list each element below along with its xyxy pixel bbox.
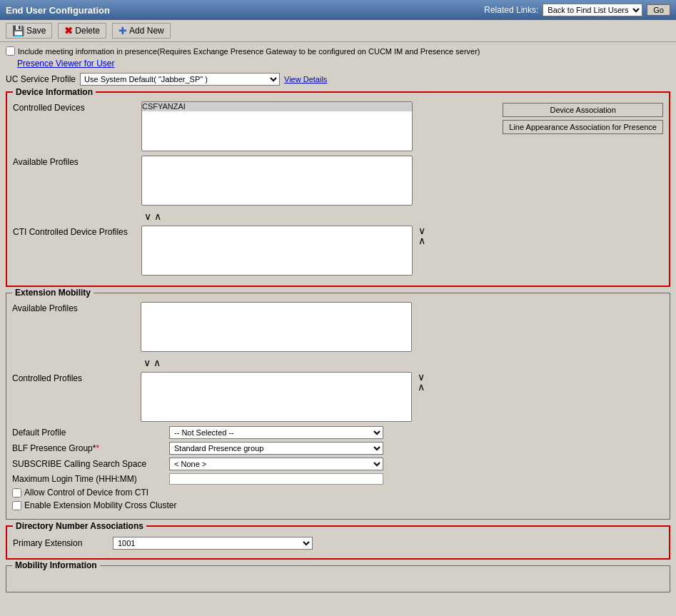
cti-arrow-controls: ∨ ∧ bbox=[418, 226, 425, 246]
em-available-profiles-listbox[interactable] bbox=[141, 302, 412, 352]
em-controlled-profiles-row: Controlled Profiles ∨ ∧ bbox=[12, 372, 664, 422]
presence-checkbox-row: Include meeting information in presence(… bbox=[6, 46, 670, 56]
presence-checkbox[interactable] bbox=[6, 46, 15, 56]
subscribe-css-label: SUBSCRIBE Calling Search Space bbox=[12, 459, 169, 469]
add-new-label: Add New bbox=[129, 26, 164, 36]
move-up-btn[interactable]: ∧ bbox=[154, 211, 161, 221]
em-arrow-controls: ∨ ∧ bbox=[143, 358, 161, 368]
subscribe-css-row: SUBSCRIBE Calling Search Space < None > bbox=[12, 458, 664, 470]
extension-mobility-title: Extension Mobility bbox=[12, 288, 94, 298]
em-move-down-btn[interactable]: ∨ bbox=[143, 358, 151, 368]
device-info-title: Device Information bbox=[13, 87, 96, 97]
uc-service-row: UC Service Profile Use System Default( "… bbox=[6, 73, 670, 86]
view-details-link[interactable]: View Details bbox=[284, 75, 327, 84]
uc-service-select[interactable]: Use System Default( "Jabber_SP" ) bbox=[80, 73, 280, 86]
cti-move-up-btn[interactable]: ∧ bbox=[418, 236, 425, 246]
blf-presence-label: BLF Presence Group* bbox=[12, 443, 169, 453]
allow-cti-checkbox[interactable] bbox=[12, 488, 21, 498]
presence-viewer-link[interactable]: Presence Viewer for User bbox=[17, 59, 115, 69]
max-login-input[interactable] bbox=[169, 473, 383, 485]
delete-icon: ✖ bbox=[64, 25, 73, 36]
header-right: Related Links: Back to Find List Users G… bbox=[484, 4, 670, 16]
add-new-button[interactable]: ✚ Add New bbox=[112, 23, 171, 39]
delete-label: Delete bbox=[75, 26, 100, 36]
directory-number-section: Directory Number Associations Primary Ex… bbox=[6, 525, 670, 560]
em-available-profiles-label: Available Profiles bbox=[12, 302, 141, 313]
line-appearance-button[interactable]: Line Appearance Association for Presence bbox=[503, 120, 663, 134]
related-links-select[interactable]: Back to Find List Users bbox=[543, 4, 642, 16]
save-button[interactable]: 💾 Save bbox=[6, 23, 52, 39]
cti-move-down-btn[interactable]: ∨ bbox=[418, 226, 425, 236]
go-button[interactable]: Go bbox=[647, 4, 670, 16]
toolbar: 💾 Save ✖ Delete ✚ Add New bbox=[0, 20, 676, 42]
available-profiles-label: Available Profiles bbox=[13, 156, 141, 167]
allow-cti-label: Allow Control of Device from CTI bbox=[24, 488, 148, 498]
device-association-button[interactable]: Device Association bbox=[503, 103, 663, 117]
primary-extension-label: Primary Extension bbox=[13, 538, 113, 548]
subscribe-css-select[interactable]: < None > bbox=[169, 458, 383, 470]
delete-button[interactable]: ✖ Delete bbox=[58, 23, 106, 39]
profile-arrow-controls: ∨ ∧ bbox=[144, 211, 161, 221]
save-label: Save bbox=[26, 26, 46, 36]
page-header: End User Configuration Related Links: Ba… bbox=[0, 0, 676, 20]
mobility-information-section: Mobility Information bbox=[6, 565, 670, 592]
available-profiles-listbox[interactable] bbox=[141, 156, 413, 206]
emcc-checkbox[interactable] bbox=[12, 501, 21, 510]
page-title: End User Configuration bbox=[6, 5, 110, 16]
dir-section-title: Directory Number Associations bbox=[13, 521, 146, 531]
extension-mobility-section: Extension Mobility Available Profiles ∨ … bbox=[6, 293, 670, 520]
emcc-label: Enable Extension Mobility Cross Cluster bbox=[24, 500, 176, 510]
controlled-devices-label: Controlled Devices bbox=[13, 101, 141, 113]
controlled-devices-row: Controlled Devices CSFYANZAI Device Asso… bbox=[13, 101, 663, 151]
uc-service-label: UC Service Profile bbox=[6, 74, 76, 84]
em-available-profiles-row: Available Profiles bbox=[12, 302, 664, 352]
available-profiles-row: Available Profiles bbox=[13, 156, 663, 206]
controlled-devices-listbox[interactable]: CSFYANZAI bbox=[141, 101, 413, 151]
max-login-row: Maximum Login Time (HHH:MM) bbox=[12, 473, 664, 485]
em-ctrl-down-btn[interactable]: ∨ bbox=[418, 372, 425, 382]
device-action-buttons: Device Association Line Appearance Assoc… bbox=[503, 101, 663, 151]
presence-checkbox-label: Include meeting information in presence(… bbox=[18, 47, 480, 56]
primary-extension-row: Primary Extension 1001 bbox=[13, 537, 663, 550]
blf-presence-row: BLF Presence Group* Standard Presence gr… bbox=[12, 442, 664, 455]
blf-presence-select[interactable]: Standard Presence group bbox=[169, 442, 383, 455]
cti-controlled-listbox[interactable] bbox=[141, 226, 413, 276]
cti-controlled-row: CTI Controlled Device Profiles ∨ ∧ bbox=[13, 226, 663, 276]
em-controlled-arrow-controls: ∨ ∧ bbox=[418, 372, 425, 392]
primary-extension-select[interactable]: 1001 bbox=[113, 537, 313, 550]
emcc-row: Enable Extension Mobility Cross Cluster bbox=[12, 500, 664, 510]
em-ctrl-up-btn[interactable]: ∧ bbox=[418, 382, 425, 392]
mobility-info-title: Mobility Information bbox=[12, 560, 100, 570]
em-move-up-btn[interactable]: ∧ bbox=[153, 358, 161, 368]
add-icon: ✚ bbox=[118, 25, 127, 36]
allow-cti-row: Allow Control of Device from CTI bbox=[12, 488, 664, 498]
save-icon: 💾 bbox=[12, 25, 24, 36]
move-down-btn[interactable]: ∨ bbox=[144, 211, 151, 221]
em-controlled-profiles-label: Controlled Profiles bbox=[12, 372, 141, 383]
related-links-label: Related Links: bbox=[484, 5, 538, 15]
content-area: Include meeting information in presence(… bbox=[0, 42, 676, 602]
max-login-label: Maximum Login Time (HHH:MM) bbox=[12, 474, 169, 484]
device-information-section: Device Information Controlled Devices CS… bbox=[6, 91, 670, 287]
default-profile-row: Default Profile -- Not Selected -- bbox=[12, 426, 664, 439]
cti-controlled-label: CTI Controlled Device Profiles bbox=[13, 226, 141, 237]
default-profile-select[interactable]: -- Not Selected -- bbox=[169, 426, 383, 439]
em-controlled-profiles-listbox[interactable] bbox=[141, 372, 412, 422]
default-profile-label: Default Profile bbox=[12, 428, 169, 438]
